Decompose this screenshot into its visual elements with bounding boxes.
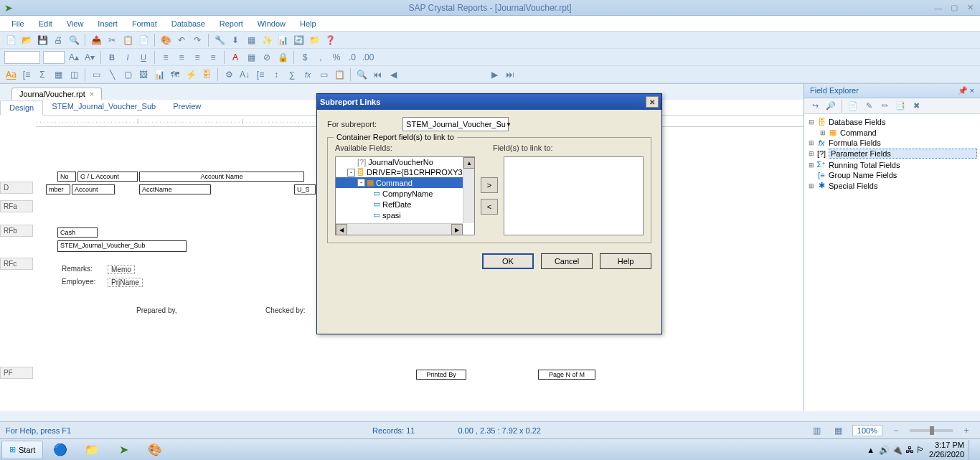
field-printedby[interactable]: Printed By xyxy=(416,370,466,380)
map-icon[interactable]: 🗺 xyxy=(168,67,182,82)
file-tab[interactable]: JournalVoucher.rpt × xyxy=(11,88,102,100)
copy-icon[interactable]: 📋 xyxy=(121,33,135,47)
next-page-icon[interactable]: ▶ xyxy=(487,67,501,82)
field-account[interactable]: Account xyxy=(72,184,115,194)
label-prepared[interactable]: Prepared by, xyxy=(136,306,177,314)
node-group-name[interactable]: [≡Group Name Fields xyxy=(807,170,977,180)
fields-to-link-list[interactable] xyxy=(504,156,644,235)
paste-icon[interactable]: 📄 xyxy=(136,33,151,47)
zoom-out-icon[interactable]: − xyxy=(889,423,903,438)
currency-icon[interactable]: $ xyxy=(298,50,312,65)
menu-insert[interactable]: Insert xyxy=(90,18,125,29)
pin-icon[interactable]: 📌 xyxy=(958,86,968,95)
open-icon[interactable]: 📂 xyxy=(19,33,34,47)
increase-decimal-icon[interactable]: .0 xyxy=(345,50,359,65)
crystal-reports-icon[interactable]: ➤ xyxy=(109,441,138,459)
label-checked[interactable]: Checked by: xyxy=(265,306,306,314)
insert-to-report-icon[interactable]: ↪ xyxy=(808,99,822,113)
menu-view[interactable]: View xyxy=(60,18,91,29)
undo-icon[interactable]: ↶ xyxy=(174,33,189,47)
show-desktop-button[interactable] xyxy=(969,440,974,460)
group-expert-icon[interactable]: [≡ xyxy=(253,67,268,82)
cancel-button[interactable]: Cancel xyxy=(541,253,593,269)
delete-icon[interactable]: ✖ xyxy=(909,99,923,113)
ole-icon[interactable]: ▭ xyxy=(316,67,331,82)
formula-icon[interactable]: fx xyxy=(301,67,315,82)
save-icon[interactable]: 💾 xyxy=(35,33,50,47)
border-icon[interactable]: ▦ xyxy=(244,50,258,65)
group-insert-icon[interactable]: [≡ xyxy=(19,67,34,82)
last-page-icon[interactable]: ⏭ xyxy=(503,67,517,82)
zoom-icon[interactable]: 🔍 xyxy=(354,67,369,82)
col-acctname[interactable]: Account Name xyxy=(139,172,304,182)
preview-icon[interactable]: 🔍 xyxy=(67,33,81,47)
help-button[interactable]: Help xyxy=(600,253,651,269)
col-gl[interactable]: G / L Account xyxy=(77,172,138,182)
cut-icon[interactable]: ✂ xyxy=(105,33,119,47)
field-pagen[interactable]: Page N of M xyxy=(538,370,595,380)
tray-expand-icon[interactable]: ▲ xyxy=(867,446,875,454)
lock-format-icon[interactable]: 🔒 xyxy=(275,50,290,65)
tab-design[interactable]: Design xyxy=(0,100,43,116)
available-fields-list[interactable]: [?] JournalVoucherNo -🗄 DRIVER={B1CRHPRO… xyxy=(335,156,475,235)
field-cash[interactable]: Cash xyxy=(57,227,98,238)
size-dropdown[interactable] xyxy=(43,51,65,64)
section-rfb[interactable]: RFb xyxy=(0,225,33,237)
chart-icon[interactable]: 📊 xyxy=(152,67,166,82)
font-dropdown[interactable] xyxy=(4,51,40,64)
template-icon[interactable]: 📋 xyxy=(332,67,347,82)
field-us[interactable]: U_S xyxy=(294,184,316,194)
highlight-icon[interactable]: ✨ xyxy=(260,33,274,47)
insert-field-icon[interactable]: 📊 xyxy=(275,33,290,47)
menu-report[interactable]: Report xyxy=(212,18,250,29)
underline-icon[interactable]: U xyxy=(136,50,151,65)
zoom-in-icon[interactable]: + xyxy=(959,423,974,438)
browse-icon[interactable]: 🔎 xyxy=(824,99,838,113)
tray-clock[interactable]: 3:17 PM 2/26/2020 xyxy=(929,441,964,458)
export-icon[interactable]: 📤 xyxy=(89,33,103,47)
section-pf[interactable]: PF xyxy=(0,367,33,379)
thousands-icon[interactable]: , xyxy=(314,50,328,65)
ok-button[interactable]: OK xyxy=(482,253,534,269)
subreport-dropdown[interactable]: STEM_Journal_Voucher_Su▼ xyxy=(402,117,509,131)
crosstab-icon[interactable]: ▦ xyxy=(51,67,65,82)
field-mber[interactable]: mber xyxy=(46,184,70,194)
summary-icon[interactable]: Σ xyxy=(35,67,50,82)
olap-icon[interactable]: ◫ xyxy=(67,67,81,82)
picture-icon[interactable]: 🖼 xyxy=(136,67,151,82)
print-icon[interactable]: 🖨 xyxy=(51,33,65,47)
node-command[interactable]: ⊞▦Command xyxy=(807,127,977,138)
view-mode2-icon[interactable]: ▦ xyxy=(831,423,846,438)
align-right-icon[interactable]: ≡ xyxy=(190,50,204,65)
menu-file[interactable]: File xyxy=(4,18,32,29)
align-center-icon[interactable]: ≡ xyxy=(174,50,189,65)
text-object-icon[interactable]: A̲a̲ xyxy=(4,67,18,82)
maximize-button[interactable]: ▢ xyxy=(947,3,961,13)
tab-preview[interactable]: Preview xyxy=(164,100,209,115)
view-mode1-icon[interactable]: ▥ xyxy=(810,423,824,438)
move-right-button[interactable]: > xyxy=(481,177,498,193)
minimize-button[interactable]: — xyxy=(931,3,946,13)
scrollbar-h[interactable]: ◀▶ xyxy=(336,223,463,235)
chrome-icon[interactable]: 🔵 xyxy=(46,441,75,459)
menu-help[interactable]: Help xyxy=(293,18,324,29)
start-button[interactable]: ⊞ Start xyxy=(1,441,43,459)
paint-icon[interactable]: 🎨 xyxy=(141,441,169,459)
menu-edit[interactable]: Edit xyxy=(32,18,60,29)
tray-icons[interactable]: 🔊 🔌 🖧 🏳 xyxy=(879,445,925,455)
field-acctname[interactable]: AcctName xyxy=(139,184,211,194)
bold-icon[interactable]: B xyxy=(105,50,119,65)
node-parameter-fields[interactable]: ⊞[?]Parameter Fields xyxy=(807,148,977,159)
italic-icon[interactable]: I xyxy=(121,50,135,65)
section-rfa[interactable]: RFa xyxy=(0,200,33,212)
new-icon[interactable]: 📄 xyxy=(4,33,18,47)
section-d[interactable]: D xyxy=(0,182,33,194)
section-rfc[interactable]: RFc xyxy=(0,258,33,270)
align-left-icon[interactable]: ≡ xyxy=(159,50,173,65)
refresh-icon[interactable]: 🔄 xyxy=(291,33,306,47)
dialog-close-icon[interactable]: ✕ xyxy=(646,96,659,108)
group-icon[interactable]: 📁 xyxy=(307,33,321,47)
close-tab-icon[interactable]: × xyxy=(90,90,94,98)
menu-database[interactable]: Database xyxy=(164,18,212,29)
redo-icon[interactable]: ↷ xyxy=(190,33,204,47)
